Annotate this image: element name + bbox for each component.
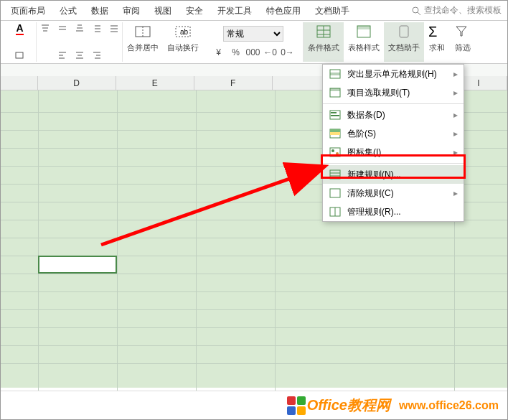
font-group: A <box>4 22 37 62</box>
svg-rect-47 <box>330 148 340 157</box>
align-middle-icon[interactable] <box>56 22 69 35</box>
menu-label: 新建规则(N)... <box>347 169 401 181</box>
footer: Office教程网 www.office26.com <box>1 391 507 419</box>
merge-center-button[interactable]: 合并居中 <box>123 22 163 62</box>
wrap-icon: ab <box>174 24 192 41</box>
brand-logo: Office教程网 <box>286 395 390 416</box>
ribbon-tabs: 页面布局 公式 数据 审阅 视图 安全 开发工具 特色应用 文档助手 查找命令、… <box>1 1 507 21</box>
menu-separator <box>323 103 464 104</box>
column-f[interactable]: F <box>194 76 273 90</box>
search-box[interactable]: 查找命令、搜索模板 <box>405 1 507 20</box>
menu-highlight-rules[interactable]: 突出显示单元格规则(H) ▸ <box>323 65 464 83</box>
logo-icon <box>286 395 307 416</box>
menu-label: 项目选取规则(T) <box>347 87 410 99</box>
svg-rect-57 <box>287 396 296 405</box>
menu-data-bars[interactable]: 数据条(D) ▸ <box>323 106 464 124</box>
menu-icon-sets[interactable]: 图标集(I) ▸ <box>323 143 464 162</box>
wrap-text-button[interactable]: ab 自动换行 <box>163 22 203 62</box>
comma-icon[interactable]: 000 <box>247 46 260 59</box>
font-color-icon[interactable]: A <box>14 22 27 35</box>
percent-icon[interactable]: % <box>230 46 243 59</box>
svg-text:ab: ab <box>180 28 189 36</box>
align-top-icon[interactable] <box>39 22 52 35</box>
doc-helper-button[interactable]: 文档助手 <box>384 22 424 62</box>
brand-text: ffice教程网 <box>318 396 390 415</box>
filter-button[interactable]: 筛选 <box>450 22 476 62</box>
search-placeholder: 查找命令、搜索模板 <box>424 4 502 17</box>
clear-rules-icon <box>329 187 342 200</box>
brand-url: www.office26.com <box>399 399 499 412</box>
tab-apps[interactable]: 特色应用 <box>259 1 308 20</box>
indent-decrease-icon[interactable] <box>90 22 103 35</box>
decrease-decimal-icon[interactable]: 0→ <box>281 46 294 59</box>
increase-decimal-icon[interactable]: ←0 <box>264 46 277 59</box>
svg-rect-36 <box>400 26 408 37</box>
menu-clear-rules[interactable]: 清除规则(C) ▸ <box>323 184 464 202</box>
sum-label: 求和 <box>429 42 445 53</box>
color-scales-icon <box>329 127 342 140</box>
brand-o: O <box>307 397 319 414</box>
table-style-label: 表格样式 <box>348 42 380 53</box>
icon-sets-icon <box>329 146 342 159</box>
indent-increase-icon[interactable] <box>108 22 121 35</box>
number-format-select[interactable]: 常规 <box>223 26 283 42</box>
svg-rect-46 <box>330 132 340 135</box>
table-style-button[interactable]: 表格样式 <box>344 22 384 62</box>
column-d[interactable]: D <box>38 76 116 90</box>
menu-separator <box>323 163 464 164</box>
format-painter-icon[interactable] <box>14 49 27 62</box>
svg-rect-60 <box>297 406 306 415</box>
doc-helper-label: 文档助手 <box>388 42 420 53</box>
filter-icon <box>454 24 471 41</box>
chevron-right-icon: ▸ <box>453 88 458 98</box>
menu-label: 图标集(I) <box>347 146 381 159</box>
svg-rect-2 <box>16 52 23 58</box>
chevron-right-icon: ▸ <box>453 69 458 79</box>
menu-color-scales[interactable]: 色阶(S) ▸ <box>323 124 464 143</box>
search-icon <box>411 6 421 16</box>
menu-new-rule[interactable]: 新建规则(N)... <box>323 165 464 184</box>
menu-label: 清除规则(C) <box>347 187 394 200</box>
align-center-icon[interactable] <box>73 49 86 62</box>
svg-rect-59 <box>287 406 296 415</box>
align-left-icon[interactable] <box>56 49 69 62</box>
conditional-format-label: 条件格式 <box>308 42 339 53</box>
svg-point-49 <box>336 152 339 155</box>
tab-review[interactable]: 审阅 <box>116 1 147 20</box>
selected-cell[interactable] <box>38 256 117 274</box>
doc-helper-icon <box>395 24 413 41</box>
tab-view[interactable]: 视图 <box>147 1 179 20</box>
tab-security[interactable]: 安全 <box>179 1 210 20</box>
tab-formula[interactable]: 公式 <box>52 1 84 20</box>
menu-manage-rules[interactable]: 管理规则(R)... <box>323 202 464 221</box>
top-bottom-icon <box>329 86 342 99</box>
number-format-group: 常规 ¥ % 000 ←0 0→ <box>203 22 304 62</box>
svg-rect-45 <box>330 129 340 132</box>
chevron-right-icon: ▸ <box>453 188 458 198</box>
svg-rect-26 <box>136 27 150 37</box>
conditional-format-icon <box>315 24 332 41</box>
svg-rect-53 <box>330 189 340 197</box>
wrap-label: 自动换行 <box>167 42 199 53</box>
sum-button[interactable]: Σ 求和 <box>424 22 450 62</box>
tab-data[interactable]: 数据 <box>84 1 116 20</box>
align-right-icon[interactable] <box>90 49 103 62</box>
highlight-rules-icon <box>329 67 342 80</box>
menu-label: 管理规则(R)... <box>347 206 401 218</box>
merge-label: 合并居中 <box>127 42 159 53</box>
align-group <box>37 22 123 62</box>
svg-rect-43 <box>331 115 339 116</box>
tab-doc-helper[interactable]: 文档助手 <box>308 1 357 20</box>
conditional-format-button[interactable]: 条件格式 <box>304 22 344 62</box>
tab-dev-tools[interactable]: 开发工具 <box>210 1 259 20</box>
align-bottom-icon[interactable] <box>73 22 86 35</box>
column-e[interactable]: E <box>116 76 194 90</box>
table-style-icon <box>355 24 372 41</box>
menu-label: 色阶(S) <box>347 128 376 140</box>
menu-top-bottom-rules[interactable]: 项目选取规则(T) ▸ <box>323 83 464 102</box>
data-bars-icon <box>329 108 342 121</box>
currency-icon[interactable]: ¥ <box>212 46 225 59</box>
tab-page-layout[interactable]: 页面布局 <box>4 1 52 20</box>
svg-rect-58 <box>297 396 306 405</box>
svg-rect-38 <box>330 73 340 75</box>
